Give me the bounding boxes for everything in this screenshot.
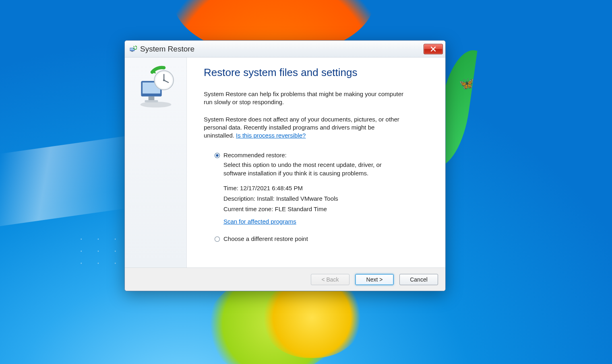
recommended-restore-label: Recommended restore:: [223, 152, 287, 158]
page-heading: Restore system files and settings: [204, 66, 426, 79]
svg-point-14: [216, 154, 218, 157]
reversible-help-link[interactable]: Is this process reversible?: [236, 132, 306, 139]
system-restore-window: System Restore R: [124, 40, 446, 291]
svg-point-3: [140, 102, 171, 108]
titlebar[interactable]: System Restore: [125, 41, 445, 58]
close-icon: [430, 46, 436, 52]
radio-selected-icon: [214, 152, 220, 158]
next-button[interactable]: Next >: [355, 274, 394, 285]
wizard-client-area: Restore system files and settings System…: [125, 58, 445, 267]
wizard-content: Restore system files and settings System…: [187, 58, 445, 267]
svg-point-12: [163, 79, 165, 81]
system-restore-icon: [129, 45, 137, 53]
window-title: System Restore: [140, 45, 424, 53]
intro-paragraph-1: System Restore can help fix problems tha…: [204, 90, 405, 107]
restore-point-time: Time: 12/17/2021 6:48:45 PM: [223, 183, 426, 193]
svg-rect-6: [148, 97, 154, 100]
wizard-side-panel: [125, 58, 187, 267]
recommended-restore-option[interactable]: Recommended restore:: [214, 152, 426, 158]
svg-rect-7: [145, 100, 158, 103]
restore-point-description: Description: Install: Installed VMware T…: [223, 193, 426, 204]
recommended-restore-details: Select this option to undo the most rece…: [223, 161, 426, 224]
svg-rect-2: [131, 51, 133, 52]
restore-options: Recommended restore: Select this option …: [214, 152, 426, 242]
scan-affected-programs-link[interactable]: Scan for affected programs: [223, 218, 296, 225]
wizard-footer: < Back Next > Cancel: [125, 267, 445, 291]
recommended-restore-description: Select this option to undo the most rece…: [223, 161, 397, 177]
different-restore-point-label: Choose a different restore point: [223, 235, 308, 242]
back-button[interactable]: < Back: [311, 274, 349, 285]
close-button[interactable]: [424, 44, 443, 54]
system-restore-graphic-icon: [134, 65, 178, 109]
different-restore-point-option[interactable]: Choose a different restore point: [214, 235, 426, 242]
wallpaper-butterfly: 🦋: [459, 76, 474, 90]
svg-point-15: [215, 236, 219, 241]
intro-paragraph-2: System Restore does not affect any of yo…: [204, 115, 405, 140]
restore-point-timezone: Current time zone: FLE Standard Time: [223, 204, 426, 214]
cancel-button[interactable]: Cancel: [399, 274, 438, 285]
radio-unselected-icon: [214, 236, 220, 242]
